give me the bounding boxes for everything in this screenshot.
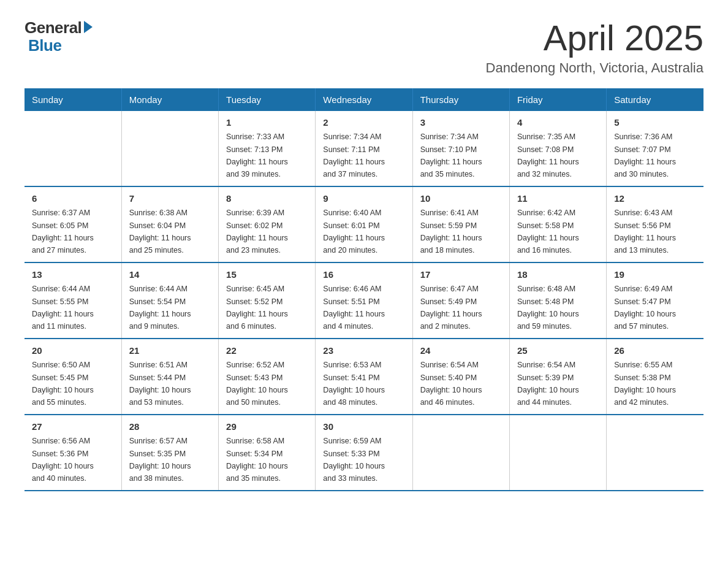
day-number: 6	[32, 192, 114, 206]
day-number: 8	[226, 192, 308, 206]
calendar-cell: 4Sunrise: 7:35 AM Sunset: 7:08 PM Daylig…	[509, 111, 606, 186]
day-info: Sunrise: 6:38 AM Sunset: 6:04 PM Dayligh…	[129, 209, 191, 255]
day-number: 29	[226, 420, 308, 434]
calendar-cell: 3Sunrise: 7:34 AM Sunset: 7:10 PM Daylig…	[412, 111, 509, 186]
calendar-cell	[25, 111, 121, 186]
calendar-cell: 12Sunrise: 6:43 AM Sunset: 5:56 PM Dayli…	[607, 186, 703, 262]
logo-general-text: General	[25, 18, 82, 37]
day-info: Sunrise: 6:48 AM Sunset: 5:48 PM Dayligh…	[517, 285, 579, 331]
calendar-cell: 17Sunrise: 6:47 AM Sunset: 5:49 PM Dayli…	[412, 262, 509, 339]
day-number: 5	[614, 116, 696, 130]
day-info: Sunrise: 7:33 AM Sunset: 7:13 PM Dayligh…	[226, 132, 288, 178]
day-info: Sunrise: 6:56 AM Sunset: 5:36 PM Dayligh…	[32, 437, 94, 483]
calendar-cell: 9Sunrise: 6:40 AM Sunset: 6:01 PM Daylig…	[316, 186, 412, 262]
day-number: 22	[226, 344, 308, 358]
day-number: 7	[129, 192, 211, 206]
calendar-week-5: 27Sunrise: 6:56 AM Sunset: 5:36 PM Dayli…	[25, 415, 703, 491]
calendar-cell: 29Sunrise: 6:58 AM Sunset: 5:34 PM Dayli…	[219, 415, 316, 491]
calendar-week-4: 20Sunrise: 6:50 AM Sunset: 5:45 PM Dayli…	[25, 339, 703, 415]
weekday-header-sunday: Sunday	[25, 88, 121, 111]
calendar-cell: 28Sunrise: 6:57 AM Sunset: 5:35 PM Dayli…	[121, 415, 218, 491]
day-number: 12	[614, 192, 696, 206]
day-number: 15	[226, 268, 308, 282]
weekday-header-saturday: Saturday	[607, 88, 703, 111]
calendar-cell: 16Sunrise: 6:46 AM Sunset: 5:51 PM Dayli…	[316, 262, 412, 339]
calendar-cell: 13Sunrise: 6:44 AM Sunset: 5:55 PM Dayli…	[25, 262, 121, 339]
day-number: 24	[420, 344, 502, 358]
day-number: 25	[517, 344, 599, 358]
calendar-cell: 11Sunrise: 6:42 AM Sunset: 5:58 PM Dayli…	[509, 186, 606, 262]
day-number: 21	[129, 344, 211, 358]
calendar-week-2: 6Sunrise: 6:37 AM Sunset: 6:05 PM Daylig…	[25, 186, 703, 262]
day-number: 17	[420, 268, 502, 282]
day-number: 9	[323, 192, 404, 206]
day-info: Sunrise: 6:51 AM Sunset: 5:44 PM Dayligh…	[129, 361, 191, 407]
day-number: 16	[323, 268, 404, 282]
day-number: 14	[129, 268, 211, 282]
logo: General Blue	[25, 18, 93, 55]
day-info: Sunrise: 7:35 AM Sunset: 7:08 PM Dayligh…	[517, 132, 579, 178]
day-info: Sunrise: 6:53 AM Sunset: 5:41 PM Dayligh…	[323, 361, 385, 407]
calendar-cell: 18Sunrise: 6:48 AM Sunset: 5:48 PM Dayli…	[509, 262, 606, 339]
day-info: Sunrise: 6:46 AM Sunset: 5:51 PM Dayligh…	[323, 285, 385, 331]
day-info: Sunrise: 6:57 AM Sunset: 5:35 PM Dayligh…	[129, 437, 191, 483]
month-title: April 2025	[486, 18, 703, 58]
day-info: Sunrise: 6:55 AM Sunset: 5:38 PM Dayligh…	[614, 361, 676, 407]
calendar-cell: 23Sunrise: 6:53 AM Sunset: 5:41 PM Dayli…	[316, 339, 412, 415]
calendar-cell	[607, 415, 703, 491]
day-info: Sunrise: 6:44 AM Sunset: 5:54 PM Dayligh…	[129, 285, 191, 331]
days-of-week-row: SundayMondayTuesdayWednesdayThursdayFrid…	[25, 88, 703, 111]
day-info: Sunrise: 6:42 AM Sunset: 5:58 PM Dayligh…	[517, 209, 579, 255]
calendar-cell: 19Sunrise: 6:49 AM Sunset: 5:47 PM Dayli…	[607, 262, 703, 339]
calendar-cell: 5Sunrise: 7:36 AM Sunset: 7:07 PM Daylig…	[607, 111, 703, 186]
day-info: Sunrise: 6:54 AM Sunset: 5:40 PM Dayligh…	[420, 361, 482, 407]
calendar-cell: 22Sunrise: 6:52 AM Sunset: 5:43 PM Dayli…	[219, 339, 316, 415]
day-number: 4	[517, 116, 599, 130]
calendar-cell: 27Sunrise: 6:56 AM Sunset: 5:36 PM Dayli…	[25, 415, 121, 491]
day-info: Sunrise: 6:43 AM Sunset: 5:56 PM Dayligh…	[614, 209, 676, 255]
day-number: 19	[614, 268, 696, 282]
calendar-table: SundayMondayTuesdayWednesdayThursdayFrid…	[25, 88, 703, 491]
day-info: Sunrise: 7:34 AM Sunset: 7:11 PM Dayligh…	[323, 132, 385, 178]
day-info: Sunrise: 6:52 AM Sunset: 5:43 PM Dayligh…	[226, 361, 288, 407]
day-number: 10	[420, 192, 502, 206]
day-number: 2	[323, 116, 404, 130]
page-header: General Blue April 2025 Dandenong North,…	[25, 18, 703, 76]
day-info: Sunrise: 6:39 AM Sunset: 6:02 PM Dayligh…	[226, 209, 288, 255]
calendar-cell: 1Sunrise: 7:33 AM Sunset: 7:13 PM Daylig…	[219, 111, 316, 186]
calendar-cell: 2Sunrise: 7:34 AM Sunset: 7:11 PM Daylig…	[316, 111, 412, 186]
day-info: Sunrise: 6:44 AM Sunset: 5:55 PM Dayligh…	[32, 285, 94, 331]
calendar-cell: 6Sunrise: 6:37 AM Sunset: 6:05 PM Daylig…	[25, 186, 121, 262]
day-number: 1	[226, 116, 308, 130]
logo-blue-text: Blue	[28, 36, 61, 55]
calendar-cell: 26Sunrise: 6:55 AM Sunset: 5:38 PM Dayli…	[607, 339, 703, 415]
calendar-cell: 30Sunrise: 6:59 AM Sunset: 5:33 PM Dayli…	[316, 415, 412, 491]
day-number: 13	[32, 268, 114, 282]
weekday-header-thursday: Thursday	[412, 88, 509, 111]
weekday-header-friday: Friday	[509, 88, 606, 111]
day-number: 30	[323, 420, 404, 434]
calendar-cell	[509, 415, 606, 491]
calendar-body: 1Sunrise: 7:33 AM Sunset: 7:13 PM Daylig…	[25, 111, 703, 491]
day-number: 23	[323, 344, 404, 358]
weekday-header-wednesday: Wednesday	[316, 88, 412, 111]
calendar-cell	[121, 111, 218, 186]
day-info: Sunrise: 6:37 AM Sunset: 6:05 PM Dayligh…	[32, 209, 94, 255]
day-number: 18	[517, 268, 599, 282]
calendar-header: SundayMondayTuesdayWednesdayThursdayFrid…	[25, 88, 703, 111]
calendar-cell: 10Sunrise: 6:41 AM Sunset: 5:59 PM Dayli…	[412, 186, 509, 262]
calendar-cell: 25Sunrise: 6:54 AM Sunset: 5:39 PM Dayli…	[509, 339, 606, 415]
day-info: Sunrise: 7:34 AM Sunset: 7:10 PM Dayligh…	[420, 132, 482, 178]
day-info: Sunrise: 6:41 AM Sunset: 5:59 PM Dayligh…	[420, 209, 482, 255]
day-info: Sunrise: 6:45 AM Sunset: 5:52 PM Dayligh…	[226, 285, 288, 331]
logo-arrow-icon	[84, 21, 93, 33]
day-info: Sunrise: 6:54 AM Sunset: 5:39 PM Dayligh…	[517, 361, 579, 407]
calendar-week-1: 1Sunrise: 7:33 AM Sunset: 7:13 PM Daylig…	[25, 111, 703, 186]
weekday-header-monday: Monday	[121, 88, 218, 111]
day-number: 28	[129, 420, 211, 434]
day-info: Sunrise: 6:47 AM Sunset: 5:49 PM Dayligh…	[420, 285, 482, 331]
day-info: Sunrise: 6:49 AM Sunset: 5:47 PM Dayligh…	[614, 285, 676, 331]
day-info: Sunrise: 7:36 AM Sunset: 7:07 PM Dayligh…	[614, 132, 676, 178]
day-info: Sunrise: 6:58 AM Sunset: 5:34 PM Dayligh…	[226, 437, 288, 483]
day-number: 27	[32, 420, 114, 434]
